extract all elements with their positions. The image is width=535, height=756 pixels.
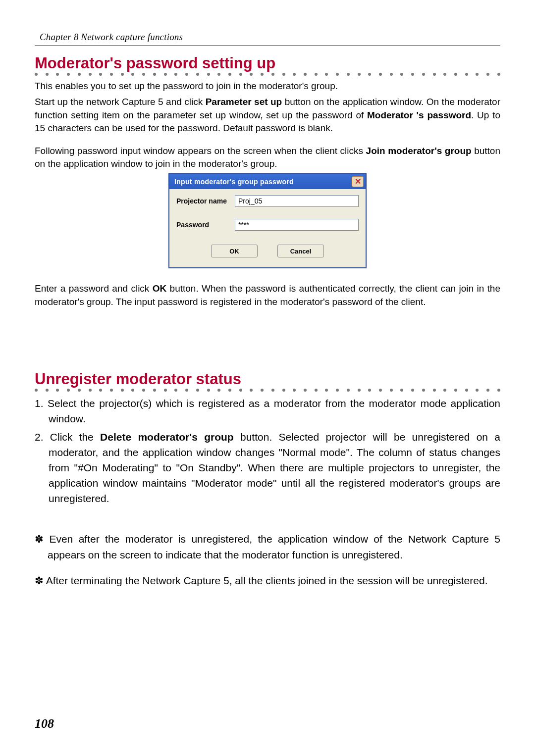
dotted-rule <box>35 73 500 76</box>
document-page: Chapter 8 Network capture functions Mode… <box>0 0 535 756</box>
dialog-button-row: OK Cancel <box>176 243 359 262</box>
bold-text: Delete moderator's group <box>100 431 234 443</box>
section-title-unregister: Unregister moderator status <box>35 371 500 388</box>
password-label: Password <box>176 221 235 229</box>
password-dialog: Input moderator's group password ✕ Proje… <box>168 173 367 268</box>
chapter-header: Chapter 8 Network capture functions <box>35 32 500 46</box>
paragraph: Following password input window appears … <box>35 145 500 170</box>
cancel-button[interactable]: Cancel <box>277 245 324 257</box>
note-item: ✽ Even after the moderator is unregister… <box>35 531 500 562</box>
note-item: ✽ After terminating the Network Capture … <box>35 573 500 588</box>
close-icon[interactable]: ✕ <box>352 176 364 187</box>
section-title-moderator-password: Moderator's password setting up <box>35 55 500 72</box>
text: Enter a password and click <box>35 283 153 294</box>
dialog-title: Input moderator's group password <box>174 178 352 186</box>
dialog-row-password: Password <box>176 219 359 231</box>
projector-name-input[interactable] <box>235 195 359 207</box>
password-label-rest: assword <box>181 221 209 229</box>
note-text: ✽ After terminating the Network Capture … <box>35 575 487 586</box>
paragraph: Start up the network Capture 5 and click… <box>35 96 500 135</box>
text: Following password input window appears … <box>35 146 366 156</box>
numbered-list: 1. Select the projector(s) which is regi… <box>35 396 500 506</box>
text: Start up the network Capture 5 and click <box>35 97 206 107</box>
page-number: 108 <box>35 716 54 731</box>
text: 2. Click the <box>35 431 100 443</box>
bold-text: Moderator 's password <box>367 110 471 120</box>
password-input[interactable] <box>235 219 359 231</box>
note-text: ✽ Even after the moderator is unregister… <box>35 533 500 560</box>
paragraph: Enter a password and click OK button. Wh… <box>35 282 500 308</box>
projector-name-label: Projector name <box>176 197 235 205</box>
bold-text: OK <box>153 283 167 294</box>
bold-text: Join moderator's group <box>366 146 472 156</box>
dialog-row-projector: Projector name <box>176 195 359 207</box>
paragraph: This enables you to set up the password … <box>35 80 500 93</box>
dotted-rule <box>35 389 500 392</box>
dialog-titlebar: Input moderator's group password ✕ <box>169 174 366 189</box>
ok-button[interactable]: OK <box>211 245 258 257</box>
password-label-underline: P <box>176 221 181 229</box>
list-item: 1. Select the projector(s) which is regi… <box>35 396 500 426</box>
bold-text: Parameter set up <box>206 97 282 107</box>
dialog-body: Projector name Password OK Cancel <box>169 189 366 267</box>
list-item: 2. Click the Delete moderator's group bu… <box>35 429 500 506</box>
